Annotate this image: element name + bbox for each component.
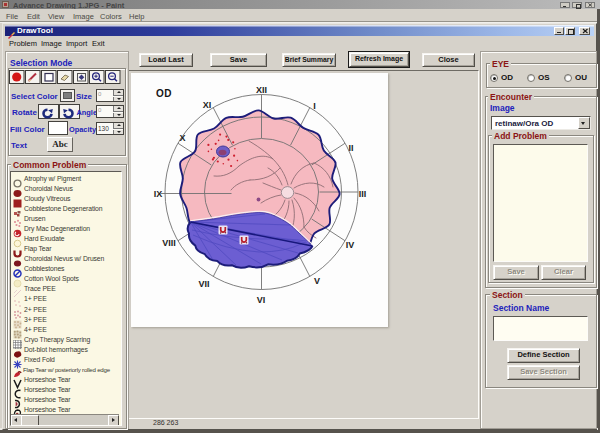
- svg-text:VI: VI: [257, 295, 266, 305]
- svg-text:III: III: [359, 189, 367, 199]
- svg-text:VIII: VIII: [162, 238, 176, 248]
- svg-text:IV: IV: [346, 240, 355, 250]
- svg-text:V: V: [314, 276, 320, 286]
- svg-text:I: I: [313, 101, 316, 111]
- svg-text:X: X: [179, 133, 185, 143]
- svg-text:II: II: [348, 143, 353, 153]
- svg-text:VII: VII: [198, 279, 209, 289]
- svg-text:IX: IX: [154, 189, 163, 199]
- svg-text:XII: XII: [256, 85, 267, 95]
- svg-text:XI: XI: [203, 100, 212, 110]
